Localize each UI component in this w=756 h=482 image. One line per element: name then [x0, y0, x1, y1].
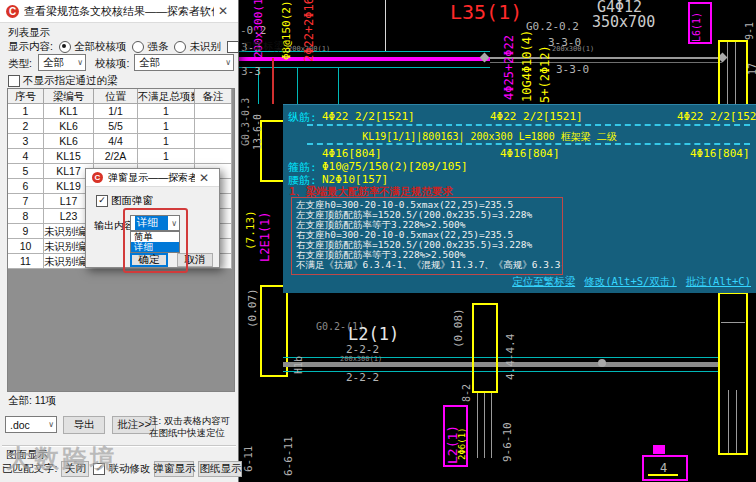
table-cell[interactable]: 6 — [8, 179, 44, 194]
hint-note: 注: 双击表格内容可在图纸中快速定位 — [149, 415, 237, 439]
check-item-select[interactable]: 全部 ∨ — [134, 54, 234, 71]
cad-label-box — [688, 2, 712, 44]
dialog-title: 查看梁规范条文校核结果——探索者软件 — [24, 4, 214, 19]
beam-info-panel: 纵筋: 4Φ22 2/2[1521]4Φ22 2/2[1521]4Φ22 2/2… — [283, 104, 756, 293]
cad-beam-magenta — [238, 57, 490, 61]
drawing-display-button[interactable]: 图纸显示 — [198, 461, 242, 477]
table-header-cell[interactable]: 备注 — [195, 89, 232, 104]
cad-line — [283, 357, 718, 358]
cad-column — [718, 40, 748, 108]
radio-icon — [132, 41, 144, 53]
cad-node — [598, 359, 606, 367]
table-cell[interactable]: 9 — [8, 224, 44, 239]
chevron-down-icon: ∨ — [77, 58, 83, 67]
table-row[interactable]: 4KL152/2A1 — [8, 149, 234, 164]
panel-links: 定位至繁标梁修改(Alt+S/双击)批注(Alt+C) — [512, 275, 751, 289]
table-cell[interactable]: 5/5 — [94, 119, 138, 134]
export-format-select[interactable]: .doc ∨ — [5, 416, 57, 433]
table-cell[interactable]: 2/2A — [94, 149, 138, 164]
table-cell[interactable]: KL6 — [44, 134, 94, 149]
cad-line — [338, 67, 339, 104]
linkage-checkbox[interactable]: ✓ 联动修改 — [93, 462, 150, 476]
table-cell[interactable] — [195, 119, 232, 134]
cad-hatch — [721, 322, 745, 323]
table-header-cell[interactable]: 序号 — [8, 89, 44, 104]
table-header-cell[interactable]: 不满足总项数 — [138, 89, 195, 104]
table-cell[interactable]: 1 — [8, 104, 44, 119]
cad-line-yellow — [648, 474, 678, 476]
table-cell[interactable]: 1/1 — [94, 104, 138, 119]
screen-popup-checkbox[interactable]: ✓ 图面弹窗 — [96, 194, 153, 208]
table-header-cell[interactable]: 梁编号 — [44, 89, 94, 104]
chevron-down-icon: ∨ — [225, 58, 231, 67]
table-cell[interactable] — [195, 149, 232, 164]
ok-button[interactable]: 确定 — [130, 253, 168, 267]
chevron-down-icon: ∨ — [171, 219, 177, 228]
display-radios: 全部校核项强条未识别 — [59, 40, 221, 54]
table-row[interactable]: 3KL64/41 — [8, 134, 234, 149]
table-cell[interactable]: 11 — [8, 254, 44, 269]
dialog-titlebar[interactable]: C 查看梁规范条文校核结果——探索者软件 ✕ — [0, 0, 238, 23]
divider — [2, 445, 236, 446]
cad-hatch — [484, 393, 485, 458]
dropdown-option[interactable]: 详细 — [131, 242, 179, 252]
table-row[interactable]: 2KL65/51 — [8, 119, 234, 134]
rebar-value: 4Φ22 2/2[1521] — [490, 110, 583, 123]
panel-link[interactable]: 批注(Alt+C) — [686, 275, 751, 289]
radio-未识别[interactable]: 未识别 — [174, 40, 221, 54]
panel-link[interactable]: 修改(Alt+S/双击) — [584, 275, 677, 289]
popup-display-button[interactable]: 弹窗显示 — [154, 461, 194, 477]
cad-label-box — [443, 405, 468, 467]
panel-link[interactable]: 定位至繁标梁 — [512, 275, 575, 289]
table-cell[interactable]: 1 — [138, 104, 195, 119]
table-cell[interactable]: 10 — [8, 239, 44, 254]
table-cell[interactable]: 8 — [8, 209, 44, 224]
cad-line — [238, 67, 490, 68]
table-cell[interactable] — [195, 134, 232, 149]
table-cell[interactable]: KL6 — [44, 119, 94, 134]
table-cell[interactable]: 1 — [138, 149, 195, 164]
output-select[interactable]: 详细 ∨ — [130, 215, 180, 231]
cancel-button[interactable]: 取消 — [177, 253, 213, 267]
only-complex-checkbox[interactable]: 仅繁标梁 — [227, 40, 284, 54]
table-cell[interactable]: 1 — [138, 119, 195, 134]
cad-hatch — [727, 42, 728, 106]
display-filter-row: 显示内容: 全部校核项强条未识别 仅繁标梁 — [8, 40, 284, 54]
popup-display-dialog: C 弹窗显示——探索者软... ✕ ✓ 图面弹窗 输出内容: 详细 ∨ 简单详细… — [85, 168, 220, 268]
table-header-cell[interactable]: 位置 — [94, 89, 138, 104]
hide-passed-checkbox[interactable]: 不显示指定通过的梁 — [8, 74, 118, 88]
stirrup-value: Φ10@75/150(2)[209/105] — [322, 160, 468, 173]
table-row[interactable]: 1KL11/11 — [8, 104, 234, 119]
checkbox-icon: ✓ — [93, 463, 105, 475]
table-cell[interactable]: 2 — [8, 119, 44, 134]
table-cell[interactable]: 5 — [8, 164, 44, 179]
table-cell[interactable]: KL1 — [44, 104, 94, 119]
app-icon: C — [6, 5, 19, 18]
beam-dashed-line — [307, 143, 750, 145]
table-cell[interactable]: 1 — [138, 134, 195, 149]
close-matched-button[interactable]: 关闭 — [61, 461, 89, 477]
table-cell[interactable]: 4/4 — [94, 134, 138, 149]
radio-强条[interactable]: 强条 — [132, 40, 168, 54]
dropdown-option[interactable]: 简单 — [131, 232, 179, 242]
export-button[interactable]: 导出 — [63, 416, 105, 434]
cad-grid-line — [385, 0, 386, 51]
type-select[interactable]: 全部 ∨ — [38, 54, 86, 71]
cad-label-box — [653, 445, 665, 454]
close-icon[interactable]: ✕ — [195, 171, 213, 185]
table-cell[interactable]: 3 — [8, 134, 44, 149]
cad-line-red — [272, 58, 274, 104]
bottom-toolbar: 已匹配文字: 关闭 ✓ 联动修改 弹窗显示 图纸显示 — [2, 461, 242, 477]
cad-column — [472, 303, 498, 393]
checkbox-icon — [227, 41, 239, 53]
beam-dashed-line — [307, 124, 750, 126]
rebar-value: 4Φ16[804] — [500, 147, 560, 160]
table-cell[interactable]: KL15 — [44, 149, 94, 164]
popup-titlebar[interactable]: C 弹窗显示——探索者软... ✕ — [86, 169, 219, 187]
table-cell[interactable]: 4 — [8, 149, 44, 164]
rebar-value: 4Φ22 2/2[1521] — [677, 110, 756, 123]
table-cell[interactable] — [195, 104, 232, 119]
radio-全部校核项[interactable]: 全部校核项 — [59, 40, 127, 54]
table-cell[interactable]: 7 — [8, 194, 44, 209]
close-icon[interactable]: ✕ — [214, 4, 232, 18]
